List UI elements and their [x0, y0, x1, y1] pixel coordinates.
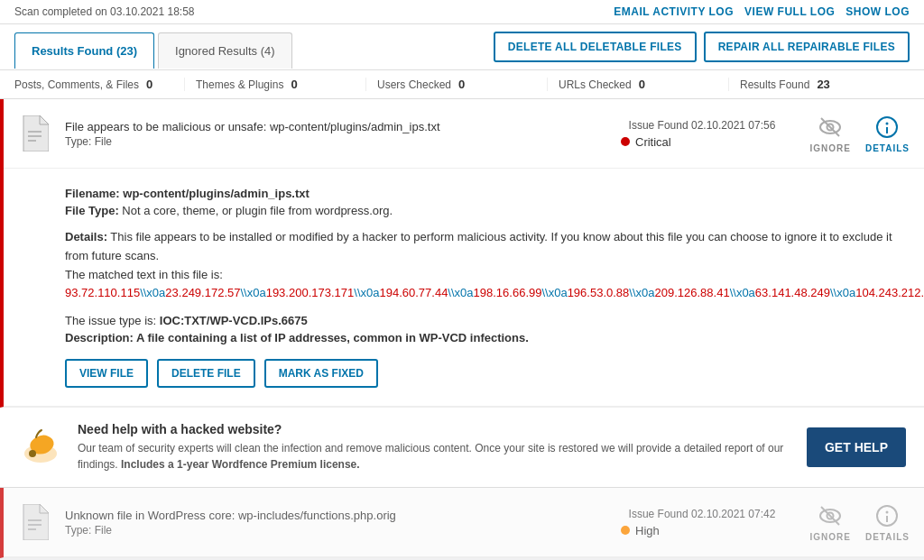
get-help-button[interactable]: GET HELP — [807, 427, 906, 467]
stat-urls-value: 0 — [639, 78, 645, 91]
repair-all-button[interactable]: REPAIR ALL REPAIRABLE FILES — [704, 32, 910, 62]
action-buttons: DELETE ALL DELETABLE FILES REPAIR ALL RE… — [494, 24, 910, 69]
detail-issue-desc: Description: A file containing a list of… — [65, 331, 906, 344]
view-full-log-link[interactable]: VIEW FULL LOG — [744, 5, 835, 18]
view-file-button[interactable]: VIEW FILE — [65, 359, 148, 388]
result-header-1: File appears to be malicious or unsafe: … — [4, 99, 924, 169]
result-meta-1: Issue Found 02.10.2021 07:56 Critical — [621, 119, 783, 149]
svg-point-18 — [886, 510, 889, 513]
result-info-2: Unknown file in WordPress core: wp-inclu… — [65, 509, 621, 537]
result-type-1: Type: File — [65, 135, 621, 148]
file-icon-1 — [18, 114, 51, 153]
stat-posts-value: 0 — [146, 78, 152, 91]
help-card: Need help with a hacked website? Our tea… — [0, 408, 924, 488]
issue-found-1: Issue Found 02.10.2021 07:56 — [621, 119, 783, 132]
help-icon — [18, 425, 63, 470]
delete-file-button[interactable]: DELETE FILE — [157, 359, 255, 388]
stat-results: Results Found 23 — [729, 78, 910, 91]
tabs-header: Results Found (23) Ignored Results (4) D… — [0, 24, 924, 70]
result-actions-1: IGNORE DETAILS — [783, 115, 910, 153]
mark-fixed-button[interactable]: MARK AS FIXED — [264, 359, 378, 388]
file-icon-2 — [18, 502, 51, 542]
detail-description-text: Details: This file appears to be install… — [65, 228, 906, 303]
tab-ignored-results[interactable]: Ignored Results (4) — [158, 32, 292, 69]
help-desc: Our team of security experts will clean … — [78, 440, 792, 473]
result-card-2: Unknown file in WordPress core: wp-inclu… — [0, 488, 924, 558]
detail-filetype-1: File Type: Not a core, theme, or plugin … — [65, 204, 906, 217]
ignore-button-1[interactable]: IGNORE — [810, 115, 851, 153]
detail-filename-1: Filename: wp-content/plugins/admin_ips.t… — [65, 187, 906, 200]
top-bar-links: EMAIL ACTIVITY LOG VIEW FULL LOG SHOW LO… — [614, 5, 910, 18]
tab-results-found[interactable]: Results Found (23) — [14, 32, 154, 69]
result-title-1: File appears to be malicious or unsafe: … — [65, 120, 621, 133]
email-activity-log-link[interactable]: EMAIL ACTIVITY LOG — [614, 5, 734, 18]
stat-users: Users Checked 0 — [366, 78, 548, 91]
result-info-1: File appears to be malicious or unsafe: … — [65, 120, 621, 148]
stat-results-label: Results Found — [740, 78, 809, 91]
stat-results-value: 23 — [817, 78, 829, 91]
severity-label-1: Critical — [635, 135, 671, 149]
severity-1: Critical — [621, 135, 783, 149]
result-type-2: Type: File — [65, 524, 621, 537]
result-title-2: Unknown file in WordPress core: wp-inclu… — [65, 509, 621, 522]
issue-found-2: Issue Found 02.10.2021 07:42 — [621, 508, 783, 520]
severity-label-2: High — [635, 524, 660, 537]
show-log-link[interactable]: SHOW LOG — [845, 5, 910, 18]
stat-themes-label: Themes & Plugins — [196, 78, 283, 91]
stat-themes: Themes & Plugins 0 — [185, 78, 366, 91]
ignore-button-2[interactable]: IGNORE — [810, 503, 851, 542]
stat-posts: Posts, Comments, & Files 0 — [14, 78, 185, 91]
top-bar: Scan completed on 03.10.2021 18:58 EMAIL… — [0, 0, 924, 24]
stat-themes-value: 0 — [291, 78, 297, 91]
severity-dot-high — [621, 526, 630, 535]
result-meta-2: Issue Found 02.10.2021 07:42 High — [621, 508, 783, 537]
details-button-1[interactable]: DETAILS — [865, 115, 910, 153]
help-title: Need help with a hacked website? — [78, 422, 792, 436]
result-actions-2: IGNORE DETAILS — [783, 503, 910, 542]
stat-urls-label: URLs Checked — [559, 78, 632, 91]
delete-all-button[interactable]: DELETE ALL DELETABLE FILES — [494, 32, 697, 62]
help-text: Need help with a hacked website? Our tea… — [78, 422, 792, 473]
detail-issue-type: The issue type is: IOC:TXT/WP-VCD.IPs.66… — [65, 314, 906, 327]
scan-status: Scan completed on 03.10.2021 18:58 — [14, 5, 195, 18]
severity-2: High — [621, 524, 783, 537]
svg-point-10 — [29, 450, 36, 457]
stat-users-value: 0 — [458, 78, 465, 91]
result-header-2: Unknown file in WordPress core: wp-inclu… — [4, 488, 924, 557]
result-card-1: File appears to be malicious or unsafe: … — [0, 99, 924, 408]
severity-dot-critical — [621, 137, 630, 146]
stat-urls: URLs Checked 0 — [548, 78, 729, 91]
stat-users-label: Users Checked — [377, 78, 451, 91]
matched-text: 93.72.110.115\\x0a23.249.172.57\\x0a193.… — [65, 286, 924, 299]
detail-buttons-1: VIEW FILE DELETE FILE MARK AS FIXED — [65, 359, 906, 388]
svg-point-7 — [886, 122, 889, 124]
tab-group: Results Found (23) Ignored Results (4) — [14, 25, 296, 69]
stats-bar: Posts, Comments, & Files 0 Themes & Plug… — [0, 70, 924, 99]
result-details-1: Filename: wp-content/plugins/admin_ips.t… — [4, 169, 924, 407]
stat-posts-label: Posts, Comments, & Files — [14, 78, 139, 91]
details-button-2[interactable]: DETAILS — [865, 503, 910, 542]
